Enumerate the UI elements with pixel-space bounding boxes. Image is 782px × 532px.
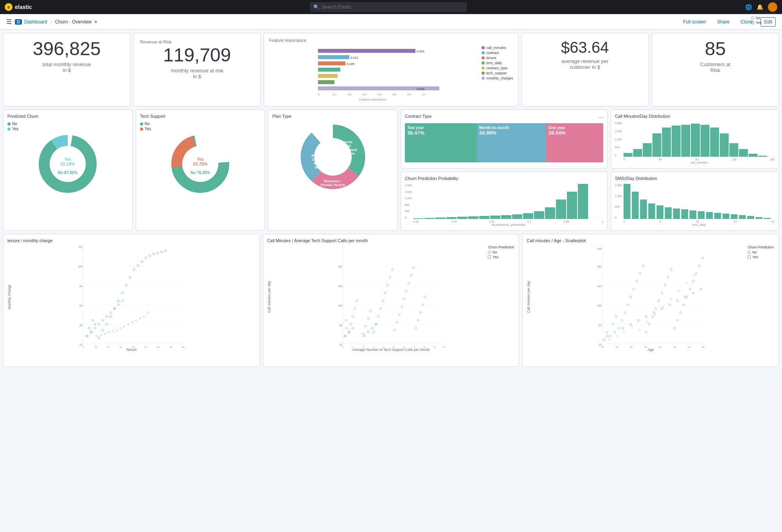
svg-rect-54 <box>501 215 511 219</box>
bell-icon[interactable]: 🔔 <box>757 4 763 10</box>
svg-point-211 <box>398 314 400 316</box>
svg-text:10: 10 <box>94 346 97 348</box>
svg-rect-94 <box>747 216 754 219</box>
svg-point-138 <box>153 253 155 255</box>
call-tech-y-label: Call minutes per day <box>267 246 271 348</box>
svg-point-256 <box>621 320 623 322</box>
svg-rect-61 <box>578 184 588 219</box>
plan-type-donut: Business - Corporate Account 39.66% Busi… <box>298 122 368 192</box>
contract-type-menu[interactable]: ⋯ <box>598 115 603 121</box>
svg-text:60: 60 <box>339 324 342 327</box>
svg-text:70: 70 <box>673 346 676 348</box>
svg-point-197 <box>365 325 367 327</box>
churn-prob-svg <box>413 184 604 219</box>
svg-text:0.3: 0.3 <box>363 93 367 96</box>
svg-rect-79 <box>624 184 631 219</box>
svg-point-290 <box>662 306 664 307</box>
legend-tech-support: tech_support <box>482 71 513 75</box>
svg-rect-156 <box>86 335 88 337</box>
svg-rect-89 <box>706 212 713 219</box>
churn-prob-bars-wrapper: 0.16 0.34 0.52 0.7 0.88 1 ml.prediction_… <box>413 184 604 226</box>
fullscreen-button[interactable]: Full screen <box>680 18 709 26</box>
legend-tenure: tenure <box>482 56 513 60</box>
svg-point-148 <box>120 327 121 329</box>
share-button[interactable]: Share <box>714 18 733 26</box>
tech-support-title: Tech Support <box>140 114 261 119</box>
svg-rect-57 <box>534 211 544 219</box>
svg-rect-47 <box>424 218 435 219</box>
avatar[interactable] <box>768 2 777 12</box>
svg-point-205 <box>384 292 386 294</box>
svg-point-267 <box>655 308 657 310</box>
svg-point-272 <box>671 269 672 271</box>
row2: Predicted Churn No Yes <box>3 110 779 231</box>
svg-point-216 <box>410 275 412 277</box>
svg-text:Account: Account <box>313 162 327 165</box>
tenure-monthly-svg: 20 40 60 80 100 120 0 10 20 30 40 50 60 … <box>13 246 255 348</box>
breadcrumb-home-item: D Dashboard <box>15 19 47 25</box>
svg-point-142 <box>96 335 98 337</box>
svg-rect-87 <box>689 210 696 219</box>
legend-dot-yes <box>7 128 11 131</box>
legend-call-minutes: call_minutes <box>482 46 513 50</box>
svg-point-203 <box>379 308 381 310</box>
svg-text:20: 20 <box>339 343 342 346</box>
feature-axis-label: Feature Importance <box>269 98 477 101</box>
svg-text:9: 9 <box>434 346 435 348</box>
tenure-monthly-x-label: Tenure <box>7 348 255 352</box>
svg-point-214 <box>405 290 407 292</box>
search-bar[interactable]: 🔍 <box>310 2 467 12</box>
svg-point-282 <box>702 257 704 259</box>
svg-rect-4 <box>318 61 345 65</box>
svg-rect-163 <box>114 308 115 309</box>
globe-icon[interactable]: 🌐 <box>745 4 752 10</box>
svg-rect-83 <box>656 205 663 219</box>
svg-rect-304 <box>677 300 678 302</box>
hamburger-menu[interactable]: ☰ <box>6 18 12 25</box>
call-minutes-chart: 2,800 2,000 1,200 400 0 <box>615 122 775 164</box>
svg-point-154 <box>143 316 145 317</box>
svg-rect-48 <box>435 217 446 219</box>
svg-rect-80 <box>632 192 639 219</box>
svg-point-151 <box>131 322 133 323</box>
svg-text:100: 100 <box>338 304 342 307</box>
svg-point-222 <box>424 296 426 298</box>
ts-legend-yes: Yes <box>140 127 151 131</box>
svg-text:60: 60 <box>79 304 83 307</box>
svg-point-293 <box>686 282 687 284</box>
svg-rect-84 <box>665 207 672 219</box>
search-input[interactable] <box>310 2 467 12</box>
svg-point-254 <box>615 316 617 318</box>
svg-point-273 <box>674 327 676 329</box>
svg-text:40: 40 <box>132 346 135 348</box>
legend-dot-contract <box>482 51 485 54</box>
svg-text:0.7: 0.7 <box>422 93 426 96</box>
dashboard: 396,825 total monthly revenuein $ Revenu… <box>0 30 782 370</box>
revenue-at-risk-card: Revenue at Risk 119,709 monthly revenue … <box>133 33 261 106</box>
svg-text:Private: Private <box>341 140 352 144</box>
svg-text:0.5: 0.5 <box>392 93 396 96</box>
legend-dot-tenure <box>482 56 485 59</box>
elastic-logo: e elastic <box>5 3 32 11</box>
legend-no: No <box>7 122 18 126</box>
svg-text:0.185: 0.185 <box>347 62 355 66</box>
customers-at-risk-label: Customers atRisk <box>658 61 772 73</box>
svg-point-261 <box>636 280 638 282</box>
svg-point-130 <box>121 292 123 294</box>
total-revenue-label: total monthly revenuein $ <box>10 61 124 73</box>
breadcrumb-dropdown[interactable]: ▾ <box>95 19 97 25</box>
svg-rect-6 <box>318 68 340 72</box>
svg-text:5: 5 <box>393 346 395 348</box>
svg-rect-85 <box>673 208 680 219</box>
svg-text:30: 30 <box>615 346 618 348</box>
svg-point-286 <box>631 325 633 327</box>
svg-rect-81 <box>640 200 647 219</box>
total-revenue-value: 396,825 <box>10 40 124 58</box>
call-minutes-x-label: call_minutes <box>624 161 775 164</box>
svg-point-210 <box>396 322 398 324</box>
svg-text:39.66%: 39.66% <box>314 165 326 169</box>
breadcrumb-dashboard-link[interactable]: Dashboard <box>24 19 47 25</box>
svg-text:1: 1 <box>352 346 354 348</box>
distributions-col: Call Minutes/Day Distribution 2,800 2,00… <box>611 110 779 231</box>
svg-rect-75 <box>739 149 748 157</box>
